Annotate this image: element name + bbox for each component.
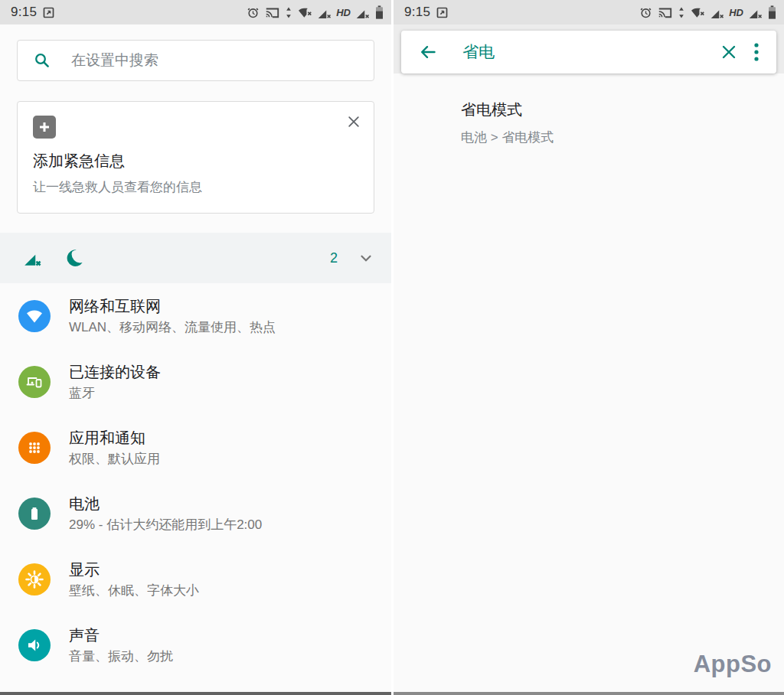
brightness-icon	[18, 563, 51, 595]
suggestions-collapsed-bar[interactable]: 2	[0, 233, 391, 283]
settings-item-display[interactable]: 显示 壁纸、休眠、字体大小	[0, 547, 391, 612]
item-subtitle: 壁纸、休眠、字体大小	[69, 582, 199, 599]
volume-icon	[18, 629, 51, 661]
navigation-bar-edge	[394, 692, 784, 695]
item-title: 网络和互联网	[69, 296, 276, 316]
item-title: 显示	[69, 560, 199, 579]
search-header-bar	[401, 31, 776, 73]
clear-search-icon[interactable]	[712, 38, 746, 66]
hd-badge: HD	[336, 7, 351, 18]
cast-icon	[265, 6, 279, 19]
wifi-off-icon	[691, 6, 705, 19]
item-subtitle: 权限、默认应用	[69, 451, 160, 468]
item-title: 应用和通知	[69, 428, 160, 448]
cell-signal-off-icon	[23, 249, 43, 267]
appso-watermark: AppSo	[694, 651, 772, 678]
updown-arrows-icon	[678, 6, 685, 19]
suggestions-count: 2	[330, 250, 338, 266]
cell-signal-off-icon	[318, 6, 332, 19]
alarm-icon	[247, 6, 260, 19]
cast-icon	[658, 6, 672, 19]
search-result-item[interactable]: 省电模式 电池 > 省电模式	[461, 100, 784, 146]
search-query-input[interactable]	[462, 43, 712, 61]
cell-signal-off-icon	[356, 6, 370, 19]
item-title: 已连接的设备	[69, 362, 161, 382]
search-input[interactable]	[71, 52, 361, 69]
back-arrow-icon[interactable]	[410, 38, 446, 66]
result-breadcrumb: 电池 > 省电模式	[461, 129, 784, 146]
chevron-down-icon[interactable]	[354, 246, 377, 269]
settings-category-list: 网络和互联网 WLAN、移动网络、流量使用、热点 已连接的设备 蓝牙 应	[0, 283, 391, 695]
dual-screenshot: 9:15 HD	[0, 0, 784, 695]
night-light-moon-icon	[64, 248, 84, 268]
emergency-card-title: 添加紧急信息	[33, 151, 358, 171]
battery-icon	[768, 5, 776, 19]
item-subtitle: 29% - 估计大约还能用到上午2:00	[69, 517, 262, 533]
alarm-icon	[639, 6, 652, 19]
settings-search-results-screen: 9:15 HD	[394, 0, 784, 695]
screen-overlay-icon	[436, 6, 449, 19]
emergency-card-subtitle: 让一线急救人员查看您的信息	[33, 178, 358, 196]
updown-arrows-icon	[285, 6, 292, 19]
search-icon	[33, 51, 51, 70]
settings-item-connected-devices[interactable]: 已连接的设备 蓝牙	[0, 349, 391, 415]
settings-item-network[interactable]: 网络和互联网 WLAN、移动网络、流量使用、热点	[0, 283, 391, 349]
status-bar: 9:15 HD	[394, 0, 784, 24]
item-subtitle: 音量、振动、勿扰	[69, 648, 173, 665]
battery-icon	[18, 498, 51, 530]
search-header-wrap	[394, 24, 784, 73]
cell-signal-off-icon	[749, 6, 763, 19]
result-title: 省电模式	[461, 100, 784, 120]
wifi-off-icon	[298, 6, 312, 19]
wifi-icon	[18, 300, 51, 332]
status-time: 9:15	[404, 5, 430, 20]
navigation-bar-edge	[0, 692, 391, 695]
settings-item-sound[interactable]: 声音 音量、振动、勿扰	[0, 612, 391, 678]
screen-overlay-icon	[42, 6, 55, 19]
battery-icon	[375, 5, 384, 19]
medical-plus-icon	[33, 116, 56, 139]
settings-item-battery[interactable]: 电池 29% - 估计大约还能用到上午2:00	[0, 481, 391, 547]
item-subtitle: WLAN、移动网络、流量使用、热点	[69, 319, 276, 336]
hd-badge: HD	[729, 7, 743, 18]
cell-signal-off-icon	[710, 6, 724, 19]
item-title: 电池	[69, 494, 262, 514]
item-subtitle: 蓝牙	[69, 385, 161, 402]
item-title: 声音	[69, 625, 173, 645]
search-results: 省电模式 电池 > 省电模式	[394, 73, 784, 146]
close-icon[interactable]	[343, 111, 364, 132]
settings-search-bar[interactable]	[17, 40, 374, 81]
overflow-menu-icon[interactable]	[746, 38, 767, 67]
status-bar: 9:15 HD	[0, 0, 391, 24]
settings-home-screen: 9:15 HD	[0, 0, 391, 695]
status-time: 9:15	[11, 5, 37, 20]
devices-icon	[18, 366, 51, 398]
apps-grid-icon	[18, 432, 51, 464]
settings-item-apps-notifications[interactable]: 应用和通知 权限、默认应用	[0, 415, 391, 481]
emergency-info-card[interactable]: 添加紧急信息 让一线急救人员查看您的信息	[17, 101, 374, 214]
